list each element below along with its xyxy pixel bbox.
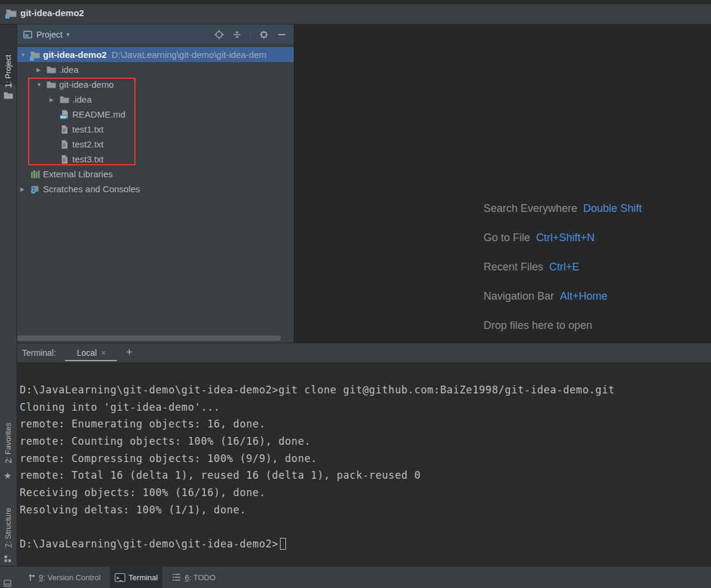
terminal-tab-underline: [65, 360, 117, 361]
tree-row[interactable]: External Libraries: [17, 167, 294, 181]
chevron-expanded-icon[interactable]: ▼: [19, 52, 30, 58]
project-badge: [5, 14, 10, 19]
tree-item-label: Scratches and Consoles: [43, 184, 140, 194]
window-title: git-idea-demo2: [20, 8, 84, 18]
terminal-output[interactable]: D:\JavaLearning\git-demo\git-idea-demo2>…: [17, 362, 711, 566]
tool-window-icon: [23, 30, 32, 39]
new-terminal-session-button[interactable]: +: [126, 346, 133, 359]
status-button-terminal[interactable]: >_ Terminal: [110, 567, 162, 588]
terminal-line: Receiving objects: 100% (16/16), done.: [20, 487, 711, 504]
terminal-line: D:\JavaLearning\git-demo\git-idea-demo2>…: [20, 384, 711, 401]
tree-item-label: test2.txt: [72, 139, 104, 149]
chevron-expanded-icon[interactable]: ▼: [35, 82, 47, 88]
terminal-panel-label: Terminal:: [22, 348, 56, 358]
project-horizontal-scrollbar[interactable]: [17, 335, 281, 341]
tree-item-label: .idea: [59, 64, 79, 75]
project-tool-window: Project ▾ ▼ git-idea-demo2: [17, 24, 294, 343]
tree-row[interactable]: test1.txt: [17, 122, 294, 137]
terminal-button-label: Terminal: [128, 573, 158, 582]
status-button-version-control[interactable]: 9: Version Control: [23, 567, 105, 588]
terminal-line: remote: Counting objects: 100% (16/16), …: [20, 435, 711, 452]
text-file-icon: [60, 140, 69, 149]
todo-label: 6: TODO: [184, 573, 216, 582]
structure-icon: [4, 555, 12, 563]
locate-file-button[interactable]: [214, 30, 224, 39]
tool-window-stripe: 1: Project 2: Favorites ★ 7: Structure: [0, 24, 17, 566]
stripe-structure-label: 7: Structure: [4, 507, 13, 547]
terminal-icon: >_: [115, 573, 125, 582]
tool-window-switcher-icon[interactable]: [4, 580, 11, 587]
tree-item-label: README.md: [72, 109, 125, 119]
collapse-all-button[interactable]: [232, 30, 242, 39]
tree-item-label: .idea: [72, 94, 92, 104]
hide-panel-button[interactable]: [277, 30, 287, 39]
terminal-line: Cloning into 'git-idea-demo'...: [20, 401, 711, 418]
terminal-cursor: [280, 538, 286, 550]
terminal-tab-label: Local: [77, 348, 97, 358]
project-folder-icon: [30, 50, 40, 60]
shortcut-hint: Drop files here to open: [484, 311, 642, 340]
tool-window-bottom-bar: 9: Version Control >_ Terminal 6: TODO: [0, 566, 711, 588]
status-button-todo[interactable]: 6: TODO: [167, 567, 220, 588]
project-folder-icon: [6, 8, 17, 17]
todo-list-icon: [172, 572, 181, 582]
project-panel-header: Project ▾: [17, 24, 294, 45]
text-file-icon: [60, 155, 69, 164]
tree-row[interactable]: ▶ Scratches and Consoles: [17, 181, 294, 196]
project-panel-title[interactable]: Project: [36, 30, 63, 39]
tree-row[interactable]: test3.txt: [17, 152, 294, 167]
tree-row-root[interactable]: ▼ git-idea-demo2 D:\JavaLearning\git-dem…: [17, 47, 294, 62]
terminal-line: remote: Enumerating objects: 16, done.: [20, 418, 711, 435]
version-control-label: 9: Version Control: [39, 573, 100, 582]
stripe-favorites-label: 2: Favorites: [4, 423, 13, 463]
editor-empty-area: Search EverywhereDouble Shift Go to File…: [295, 24, 711, 343]
tree-item-label: External Libraries: [43, 169, 113, 179]
folder-icon: [4, 91, 13, 99]
shortcut-hint: Go to FileCtrl+Shift+N: [484, 223, 642, 253]
terminal-line: [20, 521, 711, 538]
chevron-collapsed-icon[interactable]: ▶: [19, 186, 30, 192]
chevron-collapsed-icon[interactable]: ▶: [35, 67, 47, 73]
tree-row[interactable]: ▶ .idea: [17, 62, 294, 77]
terminal-tab-bar: Terminal: Local × +: [17, 343, 711, 362]
tree-row[interactable]: ▼ git-idea-demo: [17, 77, 294, 92]
terminal-line: remote: Compressing objects: 100% (9/9),…: [20, 452, 711, 470]
terminal-line: remote: Total 16 (delta 1), reused 16 (d…: [20, 469, 711, 487]
settings-gear-button[interactable]: [259, 30, 269, 39]
editor-shortcut-hints: Search EverywhereDouble Shift Go to File…: [484, 194, 642, 340]
svg-text:MD: MD: [61, 115, 66, 119]
scratches-icon: [30, 184, 40, 194]
folder-icon: [47, 65, 56, 75]
terminal-line: Resolving deltas: 100% (1/1), done.: [20, 504, 711, 521]
stripe-project-label: 1: Project: [4, 55, 13, 88]
text-file-icon: [60, 125, 69, 134]
terminal-tool-window: Terminal: Local × + D:\JavaLearning\git-…: [17, 343, 711, 566]
star-icon: ★: [4, 470, 11, 481]
svg-text:>_: >_: [116, 575, 122, 581]
tree-row[interactable]: test2.txt: [17, 137, 294, 152]
title-bar: git-idea-demo2: [0, 0, 711, 24]
window-top-strip: [0, 0, 711, 4]
tree-item-label: test3.txt: [72, 154, 104, 164]
shortcut-hint: Search EverywhereDouble Shift: [484, 194, 642, 223]
tree-item-label: git-idea-demo: [59, 79, 114, 90]
project-badge: [30, 57, 34, 61]
toolbar-divider: [250, 29, 251, 40]
terminal-tab-local[interactable]: Local ×: [66, 348, 117, 358]
markdown-file-icon: MD: [60, 110, 69, 119]
tree-row[interactable]: ▶ .idea: [17, 92, 294, 107]
folder-icon: [47, 80, 56, 90]
shortcut-hint: Recent FilesCtrl+E: [484, 253, 642, 282]
close-icon[interactable]: ×: [101, 348, 106, 358]
tree-item-label: test1.txt: [72, 124, 104, 134]
external-libraries-icon: [30, 170, 40, 179]
branch-icon: [27, 572, 36, 582]
chevron-collapsed-icon[interactable]: ▶: [48, 97, 60, 103]
chevron-down-icon[interactable]: ▾: [67, 31, 70, 38]
tree-root-name: git-idea-demo2: [43, 50, 107, 60]
tree-root-path: D:\JavaLearning\git-demo\git-idea-dem: [112, 50, 266, 60]
terminal-prompt-line: D:\JavaLearning\git-demo\git-idea-demo2>: [20, 538, 711, 555]
shortcut-hint: Navigation BarAlt+Home: [484, 282, 642, 311]
tree-row[interactable]: MD README.md: [17, 107, 294, 122]
project-tree: ▼ git-idea-demo2 D:\JavaLearning\git-dem…: [17, 47, 294, 196]
